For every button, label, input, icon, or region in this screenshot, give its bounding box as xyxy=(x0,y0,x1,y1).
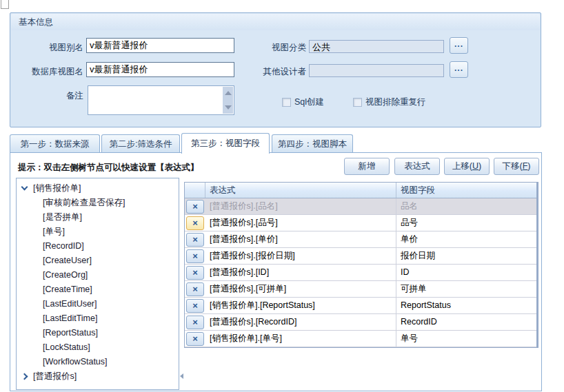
view-field-cell[interactable]: ID xyxy=(396,265,536,280)
table-row[interactable]: × [销售报价单].[ReportStatus] ReportStatus xyxy=(185,298,536,314)
tree-node[interactable]: [单号] xyxy=(17,225,179,239)
move-up-button[interactable]: 上移(U) xyxy=(444,158,490,175)
expression-cell[interactable]: [普通报价s].[报价日期] xyxy=(205,248,396,264)
scroll-up-icon[interactable] xyxy=(225,91,232,95)
delete-row-button[interactable]: × xyxy=(186,332,204,346)
view-field-cell[interactable]: ReportStatus xyxy=(396,298,536,313)
expression-cell[interactable]: [销售报价单].[单号] xyxy=(205,331,396,347)
db-view-name-input[interactable] xyxy=(86,62,234,77)
field-tree-panel: [销售报价单] [审核前检查是否保存] [是否拼单] [单号] [RecordI… xyxy=(16,178,179,390)
expression-cell[interactable]: [普通报价s].[ID] xyxy=(205,265,396,280)
expression-cell: [普通报价s].[品名] xyxy=(205,198,396,214)
grid-header-view-field: 视图字段 xyxy=(396,183,536,198)
view-alias-label: 视图别名 xyxy=(14,42,83,54)
basic-info-title: 基本信息 xyxy=(19,17,53,28)
view-field-cell[interactable]: 单号 xyxy=(396,331,536,347)
remark-label: 备注 xyxy=(14,90,83,102)
delete-row-button[interactable]: × xyxy=(186,249,204,263)
tree-node[interactable]: [WorkflowStatus] xyxy=(17,355,179,369)
tree-node[interactable]: [CreateTime] xyxy=(17,282,179,297)
tree-node[interactable]: [审核前检查是否保存] xyxy=(17,196,179,210)
move-down-button[interactable]: 下移(F) xyxy=(494,158,539,175)
tree-node[interactable]: [CreateOrg] xyxy=(17,268,179,282)
view-fields-grid: 表达式 视图字段 × [普通报价s].[品名] 品名 × [普通报价s].[品号… xyxy=(184,182,538,348)
basic-info-groupbox: 基本信息 视图别名 视图分类 公共 ... 数据库视图名 其他设计者 ... 备… xyxy=(10,12,541,127)
table-row[interactable]: × [普通报价s].[可拼单] 可拼单 xyxy=(185,281,536,298)
expression-cell[interactable]: [普通报价s].[品号] xyxy=(205,215,396,231)
view-alias-input[interactable] xyxy=(86,38,234,53)
delete-row-button[interactable]: × xyxy=(186,316,204,329)
expression-cell[interactable]: [普通报价s].[RecordID] xyxy=(205,314,396,330)
view-field-cell[interactable]: 品号 xyxy=(396,215,536,231)
table-row[interactable]: × [普通报价s].[报价日期] 报价日期 xyxy=(185,248,536,265)
table-row[interactable]: × [普通报价s].[单价] 单价 xyxy=(185,231,536,248)
view-category-browse-button[interactable]: ... xyxy=(450,37,468,54)
grid-header-delete-column xyxy=(185,183,205,198)
other-designer-field xyxy=(309,64,444,77)
distinct-checkbox[interactable]: 视图排除重复行 xyxy=(353,96,426,108)
tab-step4-view-script[interactable]: 第四步：视图脚本 xyxy=(272,134,353,153)
checkbox-icon[interactable] xyxy=(282,98,291,107)
checkbox-icon[interactable] xyxy=(353,98,362,107)
view-category-label: 视图分类 xyxy=(235,42,306,54)
expression-cell[interactable]: [普通报价s].[可拼单] xyxy=(205,281,396,297)
expression-cell[interactable]: [普通报价s].[单价] xyxy=(205,231,396,247)
tree-node[interactable]: [LockStatus] xyxy=(17,340,179,355)
grid-header-row: 表达式 视图字段 xyxy=(185,183,536,198)
delete-row-button[interactable]: × xyxy=(186,216,204,230)
basic-info-header-band xyxy=(11,14,540,30)
remark-textarea[interactable] xyxy=(88,85,234,115)
tree-node[interactable]: [RecordID] xyxy=(17,239,179,254)
delete-row-button[interactable]: × xyxy=(186,233,204,247)
remark-scrollbar[interactable] xyxy=(223,87,233,114)
delete-row-button[interactable]: × xyxy=(186,200,204,214)
tab-step1-data-source[interactable]: 第一步：数据来源 xyxy=(10,134,100,153)
view-field-cell[interactable]: 可拼单 xyxy=(396,281,536,297)
splitter-collapse-icon[interactable] xyxy=(180,373,183,379)
tree-node[interactable]: [LastEditTime] xyxy=(17,311,179,326)
table-row[interactable]: × [普通报价s].[ID] ID xyxy=(185,265,536,281)
view-field-cell[interactable]: 报价日期 xyxy=(396,248,536,264)
view-category-field: 公共 xyxy=(309,40,444,53)
other-designer-browse-button[interactable]: ... xyxy=(450,61,468,78)
tab-step3-view-fields[interactable]: 第三步：视图字段 xyxy=(181,133,270,154)
step3-panel: 提示：双击左侧树节点可以快速设置【表达式】 新增 表达式 上移(U) 下移(F)… xyxy=(10,152,542,391)
delete-row-button[interactable]: × xyxy=(186,266,204,280)
chevron-right-icon[interactable] xyxy=(21,373,28,380)
expression-button[interactable]: 表达式 xyxy=(394,158,440,175)
table-row[interactable]: × [普通报价s].[RecordID] RecordID xyxy=(185,314,536,331)
chevron-down-icon[interactable] xyxy=(21,184,28,191)
tree-node[interactable]: [是否拼单] xyxy=(17,210,179,225)
sql-create-checkbox[interactable]: Sql创建 xyxy=(282,96,324,108)
hint-text: 提示：双击左侧树节点可以快速设置【表达式】 xyxy=(18,162,199,174)
view-field-cell[interactable]: RecordID xyxy=(396,314,536,330)
other-designer-label: 其他设计者 xyxy=(235,66,306,78)
table-row: × [普通报价s].[品名] 品名 xyxy=(185,198,536,215)
tree-node-ordinary-quotes[interactable]: [普通报价s] xyxy=(17,369,179,384)
tab-step2-filter-criteria[interactable]: 第二步:筛选条件 xyxy=(101,134,180,153)
expression-cell[interactable]: [销售报价单].[ReportStatus] xyxy=(205,298,396,313)
tree-node-sales-quote[interactable]: [销售报价单] xyxy=(17,181,179,196)
grid-header-expression: 表达式 xyxy=(205,183,396,198)
scroll-down-icon[interactable] xyxy=(225,105,232,110)
distinct-checkbox-label: 视图排除重复行 xyxy=(365,96,426,108)
db-view-name-label: 数据库视图名 xyxy=(14,66,83,78)
table-row[interactable]: × [普通报价s].[品号] 品号 xyxy=(185,215,536,231)
table-row[interactable]: × [销售报价单].[单号] 单号 xyxy=(185,331,536,347)
add-button[interactable]: 新增 xyxy=(344,158,390,175)
view-field-cell: 品名 xyxy=(396,198,536,214)
tree-node[interactable]: [ReportStatus] xyxy=(17,326,179,340)
delete-row-button[interactable]: × xyxy=(186,299,204,313)
tree-node[interactable]: [CreateUser] xyxy=(17,254,179,268)
tree-node[interactable]: [LastEditUser] xyxy=(17,297,179,311)
view-field-cell[interactable]: 单价 xyxy=(396,231,536,247)
delete-row-button[interactable]: × xyxy=(186,282,204,296)
window-corner-fragment xyxy=(1,0,9,9)
sql-create-checkbox-label: Sql创建 xyxy=(294,96,324,108)
